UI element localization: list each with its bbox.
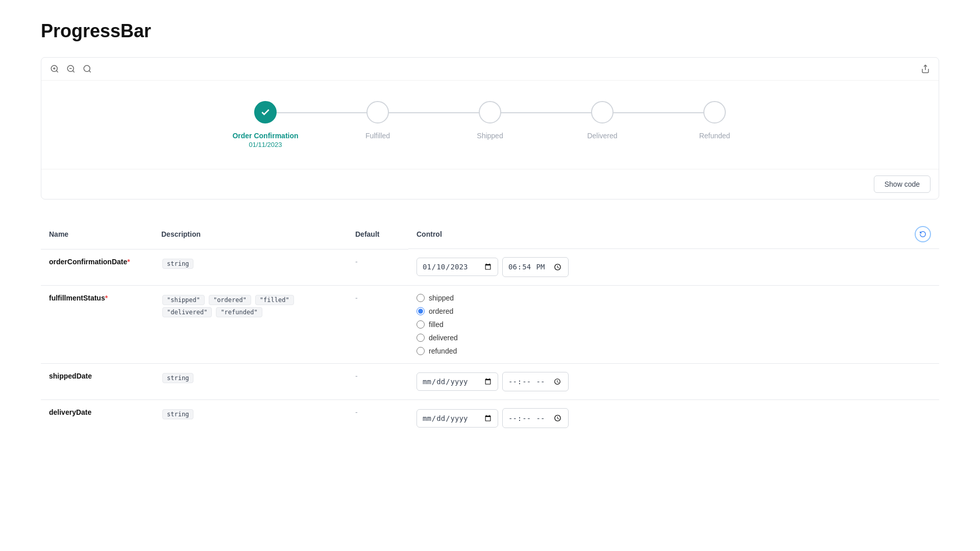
description-cell: string [153, 363, 347, 400]
default-cell: - [347, 363, 408, 400]
delivery-time-input[interactable] [502, 408, 569, 428]
order-time-input[interactable] [502, 257, 569, 277]
step-delivered [546, 101, 658, 123]
svg-point-7 [84, 65, 90, 71]
zoom-out-icon[interactable] [66, 64, 76, 74]
share-icon[interactable] [920, 64, 930, 74]
step-circle-inactive [703, 101, 726, 123]
preview-card: Order Confirmation 01/11/2023 Fulfilled … [41, 57, 939, 199]
show-code-button[interactable]: Show code [874, 176, 930, 193]
svg-line-1 [56, 70, 58, 72]
table-row: deliveryDate string - [41, 400, 939, 436]
shipped-datetime-control [416, 372, 931, 392]
label-refunded: Refunded [658, 132, 771, 148]
control-cell-datetime [408, 249, 939, 285]
col-default: Default [347, 220, 408, 249]
default-cell: - [347, 249, 408, 285]
props-table: Name Description Default Control [41, 220, 939, 436]
label-shipped: Shipped [434, 132, 546, 148]
radio-delivered[interactable]: delivered [416, 334, 931, 342]
col-control: Control [408, 220, 939, 249]
progress-steps [209, 101, 771, 123]
default-cell: - [347, 400, 408, 436]
datetime-control [416, 257, 931, 277]
control-cell-datetime [408, 400, 939, 436]
shipped-date-input[interactable] [416, 372, 498, 391]
reset-all-button[interactable] [915, 226, 931, 242]
progress-bar: Order Confirmation 01/11/2023 Fulfilled … [209, 101, 771, 148]
preview-content: Order Confirmation 01/11/2023 Fulfilled … [41, 81, 939, 169]
zoom-in-icon[interactable] [50, 64, 60, 74]
value-badge-ordered: "ordered" [209, 295, 251, 305]
table-row: fulfillmentStatus* "shipped" "ordered" "… [41, 285, 939, 363]
type-badge: string [162, 409, 193, 419]
delivery-datetime-control [416, 408, 931, 428]
param-name-cell: shippedDate [41, 363, 153, 400]
param-name-cell: deliveryDate [41, 400, 153, 436]
step-circle-inactive [366, 101, 389, 123]
radio-filled[interactable]: filled [416, 320, 931, 329]
reset-zoom-icon[interactable] [82, 64, 92, 74]
shipped-time-input[interactable] [502, 372, 569, 392]
control-cell-datetime [408, 363, 939, 400]
label-fulfilled: Fulfilled [322, 132, 434, 148]
value-badge-delivered: "delivered" [162, 307, 212, 317]
step-order-confirmation [209, 101, 322, 123]
table-row: orderConfirmationDate* string - [41, 249, 939, 285]
step-circle-inactive [591, 101, 614, 123]
preview-footer: Show code [41, 169, 939, 199]
svg-line-8 [89, 70, 90, 72]
fulfillment-radio-group: shipped ordered filled delivered [416, 294, 931, 355]
required-indicator: * [127, 258, 130, 266]
description-cell: string [153, 249, 347, 285]
control-header: Control [416, 226, 931, 242]
param-name-cell: fulfillmentStatus* [41, 285, 153, 363]
value-badge-refunded: "refunded" [216, 307, 262, 317]
step-refunded [658, 101, 771, 123]
delivery-date-input[interactable] [416, 409, 498, 428]
preview-toolbar [41, 58, 939, 81]
control-cell-radio: shipped ordered filled delivered [408, 285, 939, 363]
step-labels: Order Confirmation 01/11/2023 Fulfilled … [209, 132, 771, 148]
page-title: ProgressBar [41, 20, 939, 42]
radio-refunded[interactable]: refunded [416, 347, 931, 355]
label-delivered: Delivered [546, 132, 658, 148]
order-date-input[interactable] [416, 258, 498, 276]
description-cell: string [153, 400, 347, 436]
required-indicator: * [105, 294, 108, 302]
step-shipped [434, 101, 546, 123]
step-circle-inactive [479, 101, 501, 123]
label-order-confirmation: Order Confirmation 01/11/2023 [209, 132, 322, 148]
type-badge: string [162, 373, 193, 383]
radio-shipped[interactable]: shipped [416, 294, 931, 302]
toolbar-icons [50, 64, 92, 74]
table-row: shippedDate string - [41, 363, 939, 400]
table-header-row: Name Description Default Control [41, 220, 939, 249]
col-description: Description [153, 220, 347, 249]
step-circle-completed [254, 101, 277, 123]
description-cell: "shipped" "ordered" "filled" "delivered"… [153, 285, 347, 363]
svg-line-5 [72, 70, 74, 72]
default-cell: - [347, 285, 408, 363]
value-badge-shipped: "shipped" [162, 295, 205, 305]
type-badge: string [162, 259, 193, 269]
radio-ordered[interactable]: ordered [416, 307, 931, 315]
value-badge-filled: "filled" [255, 295, 294, 305]
param-name-cell: orderConfirmationDate* [41, 249, 153, 285]
step-fulfilled [322, 101, 434, 123]
col-name: Name [41, 220, 153, 249]
